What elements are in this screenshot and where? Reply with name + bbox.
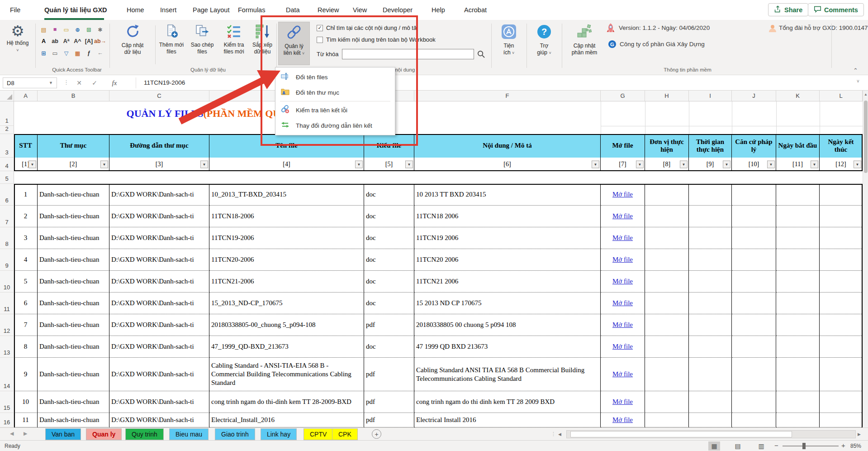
cell-r6-cB[interactable]: Danh-sach-tieu-chuan (38, 184, 109, 206)
menu-item-3[interactable]: Kiểm tra liên kết lỗi (275, 102, 395, 118)
filter-cell-6[interactable]: [6]▼ (414, 158, 601, 171)
cell-r7-cE[interactable]: doc (364, 206, 414, 227)
cell-r9-cH[interactable] (645, 249, 689, 271)
filter-cell-5[interactable]: [5]▼ (364, 158, 414, 171)
tab-file[interactable]: File (4, 0, 27, 20)
cell-r10-cI[interactable] (689, 271, 732, 293)
cell-r8-cB[interactable]: Danh-sach-tieu-chuan (38, 227, 109, 249)
cell-r9-cK[interactable] (776, 249, 820, 271)
cell-r16-cH[interactable] (645, 413, 689, 427)
cell-r12-cH[interactable] (645, 314, 689, 336)
name-box-dropdown-icon[interactable]: ▼ (49, 81, 53, 85)
cell-r6-cD[interactable]: 10_2013_TT-BXD_203415 (209, 184, 364, 206)
cell-r13-cB[interactable]: Danh-sach-tieu-chuan (38, 336, 109, 358)
cell-r10-cE[interactable]: doc (364, 271, 414, 293)
mo-file-link[interactable]: Mở file (612, 370, 633, 379)
mo-file-link[interactable]: Mở file (612, 299, 633, 307)
row-header-12[interactable]: 12 (0, 314, 14, 336)
table-header-6[interactable]: Nội dung / Mô tả (414, 134, 601, 158)
cell-r7-cG[interactable]: Mở file (601, 206, 645, 227)
horizontal-scrollbar[interactable] (566, 430, 856, 438)
cell-r8-cE[interactable]: doc (364, 227, 414, 249)
sitemap-icon[interactable]: ⊞ (83, 24, 95, 35)
cell-r6-cH[interactable] (645, 184, 689, 206)
column-header-L[interactable]: L (820, 91, 863, 101)
cell-r11-cL[interactable] (820, 293, 863, 314)
row-header-11[interactable]: 11 (0, 293, 14, 314)
cell-r14-cL[interactable] (820, 358, 863, 391)
column-header-G[interactable]: G (601, 91, 645, 101)
sap-xep-du-lieu-button[interactable]: Sắp xếp dữ liệu (250, 22, 275, 55)
cell-r13-cI[interactable] (689, 336, 732, 358)
cell-r15-cL[interactable] (820, 391, 863, 413)
row-header-5[interactable]: 5 (0, 171, 14, 184)
zoom-out-icon[interactable]: − (774, 441, 778, 449)
sheet-nav-right-icon[interactable]: ▶ (24, 431, 27, 437)
cell-r13-cK[interactable] (776, 336, 820, 358)
normal-view-icon[interactable]: ▦ (708, 441, 720, 451)
mo-file-link[interactable]: Mở file (612, 321, 633, 329)
cell-r14-cK[interactable] (776, 358, 820, 391)
cell-r11-cH[interactable] (645, 293, 689, 314)
comments-button[interactable]: Comments (808, 3, 864, 16)
cell-r16-cE[interactable]: pdf (364, 413, 414, 427)
row-header-9[interactable]: 9 (0, 249, 14, 271)
checkbox-chi-tim-cot-noi-dung[interactable]: ✓ Chỉ tìm tại các cột nội dung / mô tả (317, 24, 417, 31)
cell-r8-cG[interactable]: Mở file (601, 227, 645, 249)
menu-item-1[interactable]: Đổi tên files (275, 69, 395, 85)
table-search-icon[interactable]: ⊞ (38, 47, 49, 59)
save-icon[interactable]: ■ (49, 24, 61, 35)
filter-cell-4[interactable]: [4]▼ (209, 158, 364, 171)
cell-r12-cA[interactable]: 7 (14, 314, 38, 336)
cell-r6-cL[interactable] (820, 184, 863, 206)
cap-nhat-phan-mem-button[interactable]: Cập nhật phần mềm (566, 22, 602, 56)
filter-dropdown-icon[interactable]: ▼ (592, 161, 599, 168)
row-header-15[interactable]: 15 (0, 391, 14, 413)
table-header-4[interactable]: Tên file (209, 134, 364, 158)
textbox-icon[interactable]: ab (49, 35, 61, 47)
column-header-I[interactable]: I (689, 91, 732, 101)
cell-r11-cF[interactable]: 15 2013 ND CP 170675 (414, 293, 601, 314)
cell-r12-cB[interactable]: Danh-sach-tieu-chuan (38, 314, 109, 336)
cell-r12-cK[interactable] (776, 314, 820, 336)
checkbox-tim-toan-bo-workbook[interactable]: Tìm kiếm nội dung trên toàn bộ Workbook (317, 36, 436, 43)
cell-r12-cC[interactable]: D:\GXD WORK\Danh-sach-ti (109, 314, 209, 336)
table-header-2[interactable]: Thư mục (38, 134, 109, 158)
filter-dropdown-icon[interactable]: ▼ (767, 161, 775, 168)
table-header-3[interactable]: Đường dẫn thư mục (109, 134, 209, 158)
cell-r12-cL[interactable] (820, 314, 863, 336)
add-sheet-icon[interactable]: + (372, 429, 381, 439)
cell-r7-cA[interactable]: 2 (14, 206, 38, 227)
share-button[interactable]: Share (768, 3, 808, 16)
sheet-tab-van-ban[interactable]: Van ban (45, 428, 81, 440)
sheet-tab-bieu-mau[interactable]: Bieu mau (169, 428, 209, 440)
cell-r15-cI[interactable] (689, 391, 732, 413)
sheet-tab-quan-ly[interactable]: Quan ly (86, 428, 122, 440)
column-header-C[interactable]: C (109, 91, 209, 101)
cell-r10-cC[interactable]: D:\GXD WORK\Danh-sach-ti (109, 271, 209, 293)
cell-r14-cG[interactable]: Mở file (601, 358, 645, 391)
font-grow-icon[interactable]: Aª (61, 35, 72, 47)
cell-r7-cD[interactable]: 11TCN18-2006 (209, 206, 364, 227)
filter-cell-12[interactable]: [12]▼ (820, 158, 863, 171)
tab-data[interactable]: Data (280, 0, 306, 20)
row-header-6[interactable]: 6 (0, 184, 14, 206)
cell-r11-cG[interactable]: Mở file (601, 293, 645, 314)
row-header-3[interactable]: 3 (0, 134, 14, 158)
cell-r16-cA[interactable]: 11 (14, 413, 38, 427)
cell-r11-cD[interactable]: 15_2013_ND-CP_170675 (209, 293, 364, 314)
sheet-tab-link-hay[interactable]: Link hay (261, 428, 297, 440)
cell-r12-cG[interactable]: Mở file (601, 314, 645, 336)
new-file-icon[interactable]: ⊕ (72, 24, 83, 35)
mo-file-link[interactable]: Mở file (612, 212, 633, 221)
cell-r9-cA[interactable]: 4 (14, 249, 38, 271)
cell-r13-cG[interactable]: Mở file (601, 336, 645, 358)
cell-r8-cK[interactable] (776, 227, 820, 249)
menu-item-4[interactable]: Thay đổi đường dẫn liên kết (275, 118, 395, 133)
cell-r15-cJ[interactable] (732, 391, 776, 413)
cell-r10-cG[interactable]: Mở file (601, 271, 645, 293)
tien-ich-button[interactable]: Tiện ích ˅ (495, 22, 523, 56)
zoom-in-icon[interactable]: + (841, 441, 845, 449)
cell-r13-cF[interactable]: 47 1999 QD BXD 213673 (414, 336, 601, 358)
formula-bar-splitter[interactable]: ⋮ (63, 79, 69, 86)
